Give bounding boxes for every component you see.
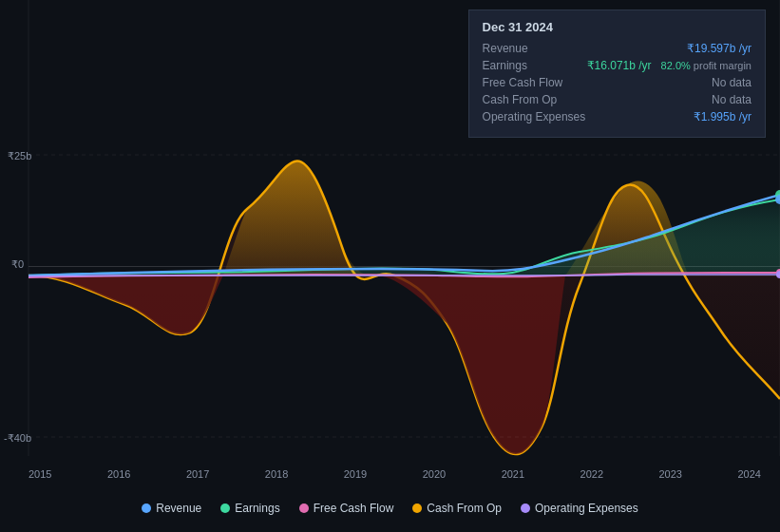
tooltip-row-earnings: Earnings ₹16.071b /yr 82.0% profit margi…	[483, 59, 751, 72]
x-label-2022: 2022	[580, 468, 603, 480]
legend-item-opex[interactable]: Operating Expenses	[521, 502, 638, 515]
x-label-2019: 2019	[344, 468, 367, 480]
tooltip-value-cashfromop: No data	[712, 93, 751, 106]
x-axis-labels: 2015 2016 2017 2018 2019 2020 2021 2022 …	[29, 468, 780, 480]
tooltip-date: Dec 31 2024	[483, 20, 751, 34]
x-label-2018: 2018	[265, 468, 288, 480]
legend-item-earnings[interactable]: Earnings	[220, 502, 279, 515]
x-label-2024: 2024	[737, 468, 760, 480]
x-label-2023: 2023	[659, 468, 682, 480]
x-label-2016: 2016	[107, 468, 130, 480]
tooltip-value-earnings: ₹16.071b /yr	[587, 59, 652, 72]
tooltip-value-fcf: No data	[712, 76, 751, 89]
tooltip-label-cashfromop: Cash From Op	[483, 93, 587, 106]
legend-label-opex: Operating Expenses	[535, 502, 638, 515]
profit-margin-label: 82.0% profit margin	[661, 60, 751, 71]
tooltip-row-cashfromop: Cash From Op No data	[483, 93, 751, 106]
tooltip-row-opex: Operating Expenses ₹1.995b /yr	[483, 110, 751, 124]
x-label-2015: 2015	[29, 468, 51, 480]
tooltip-row-fcf: Free Cash Flow No data	[483, 76, 751, 89]
legend-item-cashfromop[interactable]: Cash From Op	[412, 502, 502, 515]
legend-dot-cashfromop	[412, 504, 422, 513]
legend-label-cashfromop: Cash From Op	[427, 502, 502, 515]
legend-dot-fcf	[299, 504, 309, 513]
tooltip-label-fcf: Free Cash Flow	[483, 76, 587, 89]
x-label-2020: 2020	[423, 468, 446, 480]
legend-label-revenue: Revenue	[156, 502, 201, 515]
tooltip-label-revenue: Revenue	[483, 42, 587, 55]
legend-label-earnings: Earnings	[235, 502, 279, 515]
legend: Revenue Earnings Free Cash Flow Cash Fro…	[0, 502, 780, 515]
tooltip-row-revenue: Revenue ₹19.597b /yr	[483, 42, 751, 55]
chart-container: Dec 31 2024 Revenue ₹19.597b /yr Earning…	[0, 0, 780, 532]
legend-dot-opex	[521, 504, 530, 513]
x-label-2017: 2017	[186, 468, 209, 480]
legend-label-fcf: Free Cash Flow	[314, 502, 394, 515]
legend-dot-earnings	[220, 504, 230, 513]
tooltip-label-opex: Operating Expenses	[483, 110, 587, 124]
tooltip-value-revenue: ₹19.597b /yr	[687, 42, 751, 55]
legend-item-fcf[interactable]: Free Cash Flow	[299, 502, 394, 515]
tooltip-box: Dec 31 2024 Revenue ₹19.597b /yr Earning…	[468, 10, 766, 138]
legend-item-revenue[interactable]: Revenue	[142, 502, 201, 515]
legend-dot-revenue	[142, 504, 151, 513]
tooltip-label-earnings: Earnings	[483, 59, 587, 72]
tooltip-value-opex: ₹1.995b /yr	[694, 110, 751, 124]
x-label-2021: 2021	[502, 468, 524, 480]
